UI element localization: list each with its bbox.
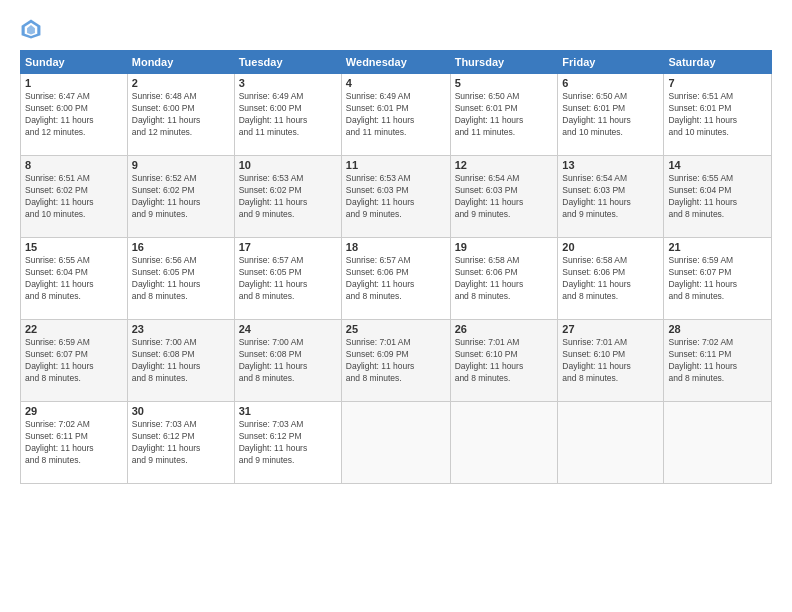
calendar-cell: 27Sunrise: 7:01 AM Sunset: 6:10 PM Dayli… xyxy=(558,320,664,402)
day-detail: Sunrise: 6:50 AM Sunset: 6:01 PM Dayligh… xyxy=(455,91,554,139)
day-detail: Sunrise: 7:02 AM Sunset: 6:11 PM Dayligh… xyxy=(25,419,123,467)
day-number: 17 xyxy=(239,241,337,253)
calendar-cell xyxy=(341,402,450,484)
calendar-cell: 17Sunrise: 6:57 AM Sunset: 6:05 PM Dayli… xyxy=(234,238,341,320)
calendar-cell: 24Sunrise: 7:00 AM Sunset: 6:08 PM Dayli… xyxy=(234,320,341,402)
day-detail: Sunrise: 6:54 AM Sunset: 6:03 PM Dayligh… xyxy=(455,173,554,221)
calendar-cell: 14Sunrise: 6:55 AM Sunset: 6:04 PM Dayli… xyxy=(664,156,772,238)
day-number: 20 xyxy=(562,241,659,253)
calendar-cell: 28Sunrise: 7:02 AM Sunset: 6:11 PM Dayli… xyxy=(664,320,772,402)
column-header-wednesday: Wednesday xyxy=(341,51,450,74)
day-number: 8 xyxy=(25,159,123,171)
calendar-cell: 2Sunrise: 6:48 AM Sunset: 6:00 PM Daylig… xyxy=(127,74,234,156)
calendar-cell: 23Sunrise: 7:00 AM Sunset: 6:08 PM Dayli… xyxy=(127,320,234,402)
day-detail: Sunrise: 6:48 AM Sunset: 6:00 PM Dayligh… xyxy=(132,91,230,139)
calendar-cell: 18Sunrise: 6:57 AM Sunset: 6:06 PM Dayli… xyxy=(341,238,450,320)
day-detail: Sunrise: 7:03 AM Sunset: 6:12 PM Dayligh… xyxy=(132,419,230,467)
day-detail: Sunrise: 6:57 AM Sunset: 6:06 PM Dayligh… xyxy=(346,255,446,303)
day-detail: Sunrise: 6:47 AM Sunset: 6:00 PM Dayligh… xyxy=(25,91,123,139)
calendar-cell: 26Sunrise: 7:01 AM Sunset: 6:10 PM Dayli… xyxy=(450,320,558,402)
day-number: 28 xyxy=(668,323,767,335)
calendar-cell: 6Sunrise: 6:50 AM Sunset: 6:01 PM Daylig… xyxy=(558,74,664,156)
calendar-cell: 29Sunrise: 7:02 AM Sunset: 6:11 PM Dayli… xyxy=(21,402,128,484)
day-number: 27 xyxy=(562,323,659,335)
column-header-sunday: Sunday xyxy=(21,51,128,74)
logo-icon xyxy=(20,18,42,40)
calendar-cell xyxy=(664,402,772,484)
week-row-4: 22Sunrise: 6:59 AM Sunset: 6:07 PM Dayli… xyxy=(21,320,772,402)
day-detail: Sunrise: 6:51 AM Sunset: 6:02 PM Dayligh… xyxy=(25,173,123,221)
day-number: 6 xyxy=(562,77,659,89)
day-detail: Sunrise: 6:58 AM Sunset: 6:06 PM Dayligh… xyxy=(455,255,554,303)
day-number: 31 xyxy=(239,405,337,417)
day-number: 25 xyxy=(346,323,446,335)
day-number: 21 xyxy=(668,241,767,253)
week-row-3: 15Sunrise: 6:55 AM Sunset: 6:04 PM Dayli… xyxy=(21,238,772,320)
day-number: 2 xyxy=(132,77,230,89)
day-detail: Sunrise: 6:55 AM Sunset: 6:04 PM Dayligh… xyxy=(668,173,767,221)
day-number: 11 xyxy=(346,159,446,171)
day-number: 1 xyxy=(25,77,123,89)
calendar-cell xyxy=(450,402,558,484)
day-detail: Sunrise: 7:01 AM Sunset: 6:10 PM Dayligh… xyxy=(455,337,554,385)
calendar-cell: 7Sunrise: 6:51 AM Sunset: 6:01 PM Daylig… xyxy=(664,74,772,156)
week-row-2: 8Sunrise: 6:51 AM Sunset: 6:02 PM Daylig… xyxy=(21,156,772,238)
day-detail: Sunrise: 6:57 AM Sunset: 6:05 PM Dayligh… xyxy=(239,255,337,303)
day-detail: Sunrise: 6:51 AM Sunset: 6:01 PM Dayligh… xyxy=(668,91,767,139)
day-detail: Sunrise: 6:49 AM Sunset: 6:00 PM Dayligh… xyxy=(239,91,337,139)
calendar-cell xyxy=(558,402,664,484)
day-number: 15 xyxy=(25,241,123,253)
calendar-cell: 11Sunrise: 6:53 AM Sunset: 6:03 PM Dayli… xyxy=(341,156,450,238)
day-number: 30 xyxy=(132,405,230,417)
column-header-friday: Friday xyxy=(558,51,664,74)
day-detail: Sunrise: 7:02 AM Sunset: 6:11 PM Dayligh… xyxy=(668,337,767,385)
calendar-cell: 19Sunrise: 6:58 AM Sunset: 6:06 PM Dayli… xyxy=(450,238,558,320)
calendar-cell: 12Sunrise: 6:54 AM Sunset: 6:03 PM Dayli… xyxy=(450,156,558,238)
page: SundayMondayTuesdayWednesdayThursdayFrid… xyxy=(0,0,792,612)
day-number: 5 xyxy=(455,77,554,89)
day-number: 10 xyxy=(239,159,337,171)
day-detail: Sunrise: 6:56 AM Sunset: 6:05 PM Dayligh… xyxy=(132,255,230,303)
day-detail: Sunrise: 6:59 AM Sunset: 6:07 PM Dayligh… xyxy=(668,255,767,303)
day-number: 18 xyxy=(346,241,446,253)
day-number: 3 xyxy=(239,77,337,89)
calendar-cell: 16Sunrise: 6:56 AM Sunset: 6:05 PM Dayli… xyxy=(127,238,234,320)
calendar-cell: 13Sunrise: 6:54 AM Sunset: 6:03 PM Dayli… xyxy=(558,156,664,238)
day-number: 22 xyxy=(25,323,123,335)
day-detail: Sunrise: 6:50 AM Sunset: 6:01 PM Dayligh… xyxy=(562,91,659,139)
calendar-cell: 3Sunrise: 6:49 AM Sunset: 6:00 PM Daylig… xyxy=(234,74,341,156)
column-header-tuesday: Tuesday xyxy=(234,51,341,74)
day-number: 13 xyxy=(562,159,659,171)
day-number: 16 xyxy=(132,241,230,253)
day-detail: Sunrise: 6:49 AM Sunset: 6:01 PM Dayligh… xyxy=(346,91,446,139)
calendar-cell: 9Sunrise: 6:52 AM Sunset: 6:02 PM Daylig… xyxy=(127,156,234,238)
day-number: 4 xyxy=(346,77,446,89)
day-number: 7 xyxy=(668,77,767,89)
day-detail: Sunrise: 7:00 AM Sunset: 6:08 PM Dayligh… xyxy=(239,337,337,385)
calendar-cell: 31Sunrise: 7:03 AM Sunset: 6:12 PM Dayli… xyxy=(234,402,341,484)
day-number: 9 xyxy=(132,159,230,171)
column-header-monday: Monday xyxy=(127,51,234,74)
day-number: 23 xyxy=(132,323,230,335)
day-number: 12 xyxy=(455,159,554,171)
day-detail: Sunrise: 7:01 AM Sunset: 6:10 PM Dayligh… xyxy=(562,337,659,385)
calendar-cell: 15Sunrise: 6:55 AM Sunset: 6:04 PM Dayli… xyxy=(21,238,128,320)
calendar-cell: 21Sunrise: 6:59 AM Sunset: 6:07 PM Dayli… xyxy=(664,238,772,320)
calendar-cell: 10Sunrise: 6:53 AM Sunset: 6:02 PM Dayli… xyxy=(234,156,341,238)
calendar-cell: 25Sunrise: 7:01 AM Sunset: 6:09 PM Dayli… xyxy=(341,320,450,402)
logo xyxy=(20,18,46,40)
day-detail: Sunrise: 7:00 AM Sunset: 6:08 PM Dayligh… xyxy=(132,337,230,385)
header xyxy=(20,18,772,40)
calendar-cell: 5Sunrise: 6:50 AM Sunset: 6:01 PM Daylig… xyxy=(450,74,558,156)
calendar-cell: 22Sunrise: 6:59 AM Sunset: 6:07 PM Dayli… xyxy=(21,320,128,402)
day-detail: Sunrise: 7:03 AM Sunset: 6:12 PM Dayligh… xyxy=(239,419,337,467)
calendar-cell: 30Sunrise: 7:03 AM Sunset: 6:12 PM Dayli… xyxy=(127,402,234,484)
day-detail: Sunrise: 7:01 AM Sunset: 6:09 PM Dayligh… xyxy=(346,337,446,385)
day-detail: Sunrise: 6:53 AM Sunset: 6:02 PM Dayligh… xyxy=(239,173,337,221)
day-detail: Sunrise: 6:58 AM Sunset: 6:06 PM Dayligh… xyxy=(562,255,659,303)
day-detail: Sunrise: 6:52 AM Sunset: 6:02 PM Dayligh… xyxy=(132,173,230,221)
day-number: 14 xyxy=(668,159,767,171)
week-row-5: 29Sunrise: 7:02 AM Sunset: 6:11 PM Dayli… xyxy=(21,402,772,484)
day-detail: Sunrise: 6:53 AM Sunset: 6:03 PM Dayligh… xyxy=(346,173,446,221)
calendar-cell: 4Sunrise: 6:49 AM Sunset: 6:01 PM Daylig… xyxy=(341,74,450,156)
